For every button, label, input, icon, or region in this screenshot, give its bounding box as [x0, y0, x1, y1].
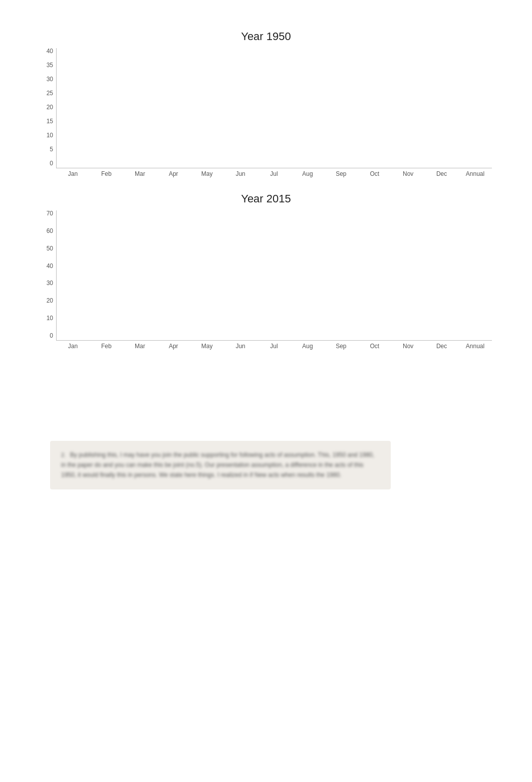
x-label: Apr — [157, 343, 190, 350]
y-label: 10 — [47, 132, 53, 138]
x-label: Jul — [257, 170, 291, 177]
y-label: 40 — [47, 48, 53, 54]
footnote-text: By publishing this, I may have you join … — [61, 451, 374, 478]
y-label: 15 — [47, 118, 53, 124]
chart-1950: Year 1950 4035302520151050 JanFebMarAprM… — [40, 30, 492, 177]
chart-2015: Year 2015 706050403020100 JanFebMarAprMa… — [40, 192, 492, 350]
x-label: Annual — [458, 343, 492, 350]
y-label: 35 — [47, 62, 53, 68]
chart-2015-plot — [56, 210, 492, 341]
y-label: 30 — [47, 280, 53, 286]
y-label: 70 — [47, 210, 53, 216]
y-label: 60 — [47, 228, 53, 234]
y-label: 20 — [47, 298, 53, 304]
x-label: Annual — [458, 170, 492, 177]
y-label: 40 — [47, 263, 53, 269]
x-label: May — [190, 343, 224, 350]
x-label: Dec — [425, 343, 458, 350]
x-label: Aug — [291, 170, 324, 177]
x-label: Mar — [123, 170, 157, 177]
chart-1950-yaxis: 4035302520151050 — [40, 48, 56, 177]
y-label: 25 — [47, 90, 53, 96]
y-label: 50 — [47, 245, 53, 251]
x-label: Sep — [324, 170, 358, 177]
y-label: 30 — [47, 76, 53, 82]
footnote-box: 2. By publishing this, I may have you jo… — [50, 441, 391, 489]
x-label: Mar — [123, 343, 157, 350]
x-label: Nov — [391, 170, 425, 177]
chart-1950-title: Year 1950 — [40, 30, 492, 43]
y-label: 5 — [50, 146, 53, 152]
y-label: 0 — [50, 333, 53, 339]
x-label: Oct — [358, 170, 391, 177]
y-label: 10 — [47, 315, 53, 321]
chart-1950-plot — [56, 48, 492, 168]
x-label: May — [190, 170, 224, 177]
x-label: Jun — [224, 343, 257, 350]
x-label: Feb — [90, 170, 123, 177]
x-label: Dec — [425, 170, 458, 177]
chart-1950-xaxis: JanFebMarAprMayJunJulAugSepOctNovDecAnnu… — [56, 168, 492, 177]
x-label: Jun — [224, 170, 257, 177]
y-label: 20 — [47, 104, 53, 110]
x-label: Oct — [358, 343, 391, 350]
chart-2015-title: Year 2015 — [40, 192, 492, 205]
x-label: Jul — [257, 343, 291, 350]
footnote-number: 2. — [61, 452, 66, 458]
x-label: Jan — [56, 343, 90, 350]
x-label: Jan — [56, 170, 90, 177]
chart-2015-yaxis: 706050403020100 — [40, 210, 56, 350]
x-label: Sep — [324, 343, 358, 350]
chart-2015-xaxis: JanFebMarAprMayJunJulAugSepOctNovDecAnnu… — [56, 341, 492, 350]
x-label: Aug — [291, 343, 324, 350]
y-label: 0 — [50, 160, 53, 166]
x-label: Feb — [90, 343, 123, 350]
x-label: Nov — [391, 343, 425, 350]
x-label: Apr — [157, 170, 190, 177]
